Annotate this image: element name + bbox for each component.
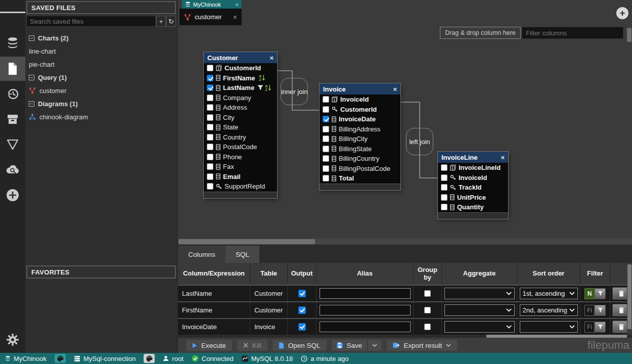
grid-vertical-scrollbar[interactable] [627,263,632,335]
column-checkbox[interactable] [207,124,213,130]
output-checkbox[interactable] [298,323,306,331]
output-checkbox[interactable] [298,290,306,297]
sort-order-select[interactable] [520,321,578,333]
save-options-button[interactable] [367,340,382,351]
column-checkbox[interactable] [207,163,213,170]
column-checkbox[interactable] [323,96,329,103]
favorites-header[interactable]: FAVORITES [26,265,176,279]
column-checkbox[interactable] [207,104,213,111]
table-column-billingstate[interactable]: BillingState [320,144,400,154]
settings-gear-icon[interactable] [0,328,25,352]
table-header[interactable]: Customer× [204,52,277,63]
table-column-total[interactable]: Total [320,173,400,184]
table-header[interactable]: Invoice× [320,83,400,95]
close-icon[interactable]: × [269,54,274,62]
column-checkbox[interactable] [207,95,213,101]
group-by-checkbox[interactable] [424,324,431,330]
table-column-fax[interactable]: Fax [204,162,277,172]
export-result-button[interactable]: Export result [387,340,457,351]
filter-value[interactable]: Fi [584,305,595,316]
status-database[interactable]: MyChinook [5,355,47,362]
table-column-billingpostalcode[interactable]: BillingPostalCode [320,164,400,174]
tree-item-query-1-[interactable]: Query (1) [25,71,177,84]
history-icon[interactable] [0,82,25,106]
table-column-lastname[interactable]: LastNameAZ [204,83,277,93]
table-column-customerid[interactable]: CustomerId [320,105,400,115]
add-file-button[interactable]: + [156,16,166,27]
table-column-quantity[interactable]: Quantity [438,202,508,212]
funnel-outline-icon[interactable] [0,132,25,157]
execute-button[interactable]: Execute [186,340,232,351]
aggregate-select[interactable] [444,321,515,333]
column-checkbox[interactable] [207,154,213,160]
tree-item-chinook-diagram[interactable]: chinook-diagram [25,110,177,123]
column-checkbox[interactable] [207,183,213,190]
tree-item-customer[interactable]: customer [25,84,177,97]
column-checkbox[interactable] [323,165,329,172]
table-column-invoicelineid[interactable]: 1InvoiceLineId [438,163,508,173]
query-diagram-canvas[interactable]: inner join left join Customer×1CustomerI… [178,25,632,239]
save-button[interactable]: Save [332,340,368,351]
collapse-icon[interactable] [29,35,34,41]
aggregate-select[interactable] [444,288,515,299]
tree-item-charts-2-[interactable]: Charts (2) [25,31,177,44]
table-column-billingcity[interactable]: BillingCity [320,134,400,144]
join-node-left[interactable]: left join [406,128,433,155]
table-column-invoiceid[interactable]: InvoiceId [438,173,508,183]
column-checkbox[interactable] [441,194,447,201]
column-checkbox[interactable] [441,174,447,181]
table-column-supportrepid[interactable]: SupportRepId [204,181,277,192]
table-column-company[interactable]: Company [204,93,277,103]
sort-order-select[interactable]: 1st, ascending [520,288,578,299]
table-column-country[interactable]: Country [204,132,277,143]
column-checkbox[interactable] [441,164,447,171]
diagram-table-invoiceline[interactable]: InvoiceLine×1InvoiceLineIdInvoiceIdTrack… [438,152,508,219]
close-icon[interactable]: × [236,2,239,8]
column-checkbox[interactable] [207,144,213,150]
filter-button[interactable] [595,288,606,299]
column-checkbox[interactable] [323,116,329,122]
filter-button[interactable] [595,305,606,316]
sort-order-select[interactable]: 2nd, ascending [520,304,578,316]
close-icon[interactable]: × [393,85,397,93]
column-checkbox[interactable] [441,184,447,191]
alias-input[interactable] [320,288,411,299]
canvas-vertical-scrollbar[interactable] [626,25,632,239]
alias-input[interactable] [320,322,411,332]
table-column-city[interactable]: City [204,113,277,123]
column-checkbox[interactable] [441,204,447,210]
table-column-address[interactable]: Address [204,103,277,113]
new-item-button[interactable]: + [616,7,628,19]
refresh-button[interactable]: ↻ [166,16,176,27]
files-icon[interactable] [0,57,25,81]
table-column-email[interactable]: Email [204,172,277,182]
close-icon[interactable]: × [501,154,505,161]
column-checkbox[interactable] [207,134,213,141]
tab-connection[interactable]: MyChinook × [182,0,242,9]
search-input[interactable] [26,16,156,27]
filter-value[interactable]: Fi [584,322,595,333]
table-column-invoiceid[interactable]: 1InvoiceId [320,95,400,105]
column-checkbox[interactable] [323,106,329,113]
tree-item-diagrams-1-[interactable]: Diagrams (1) [25,97,177,110]
tab-sql[interactable]: SQL [225,246,259,263]
cloud-search-icon[interactable] [0,158,25,182]
aggregate-select[interactable] [444,304,515,316]
table-column-firstname[interactable]: FirstNameAZ [204,73,277,83]
column-checkbox[interactable] [323,135,329,142]
alias-input[interactable] [320,305,411,315]
column-checkbox[interactable] [207,84,213,91]
tree-item-line-chart[interactable]: line-chart [25,44,177,58]
column-checkbox[interactable] [207,114,213,121]
status-user[interactable]: root [163,355,183,362]
tree-item-pie-chart[interactable]: pie-chart [25,58,177,71]
database-icon[interactable] [0,31,25,56]
table-resize-handle[interactable] [204,192,277,198]
column-checkbox[interactable] [207,65,213,71]
add-circle-icon[interactable] [0,183,25,207]
collapse-icon[interactable] [29,101,34,107]
column-checkbox[interactable] [323,175,329,181]
table-column-billingaddress[interactable]: BillingAddress [320,124,400,134]
canvas-horizontal-scrollbar[interactable] [178,239,632,245]
column-checkbox[interactable] [207,75,213,81]
